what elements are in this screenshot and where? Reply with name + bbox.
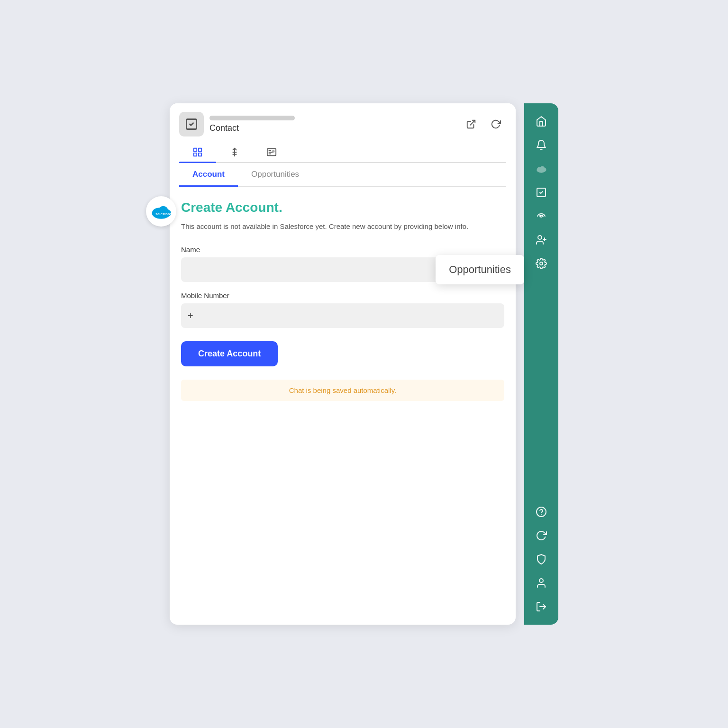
settings-icon[interactable] — [531, 253, 552, 274]
create-account-button[interactable]: Create Account — [181, 341, 278, 366]
checklist-icon[interactable] — [531, 182, 552, 203]
autosave-message: Chat is being saved automatically. — [289, 386, 397, 394]
opportunities-tooltip: Opportunities — [436, 255, 524, 284]
salesforce-cloud-icon: salesforce — [150, 202, 173, 220]
svg-line-1 — [470, 120, 475, 125]
add-user-icon[interactable] — [531, 229, 552, 250]
header-actions — [461, 114, 506, 135]
svg-rect-2 — [194, 148, 197, 151]
opportunities-tooltip-label: Opportunities — [449, 264, 511, 275]
phone-input-wrapper: + — [181, 303, 504, 328]
autosave-banner: Chat is being saved automatically. — [181, 380, 504, 401]
tab-labels-row: Account Opportunities — [179, 163, 506, 187]
svg-rect-5 — [194, 153, 197, 156]
name-label: Name — [181, 246, 504, 254]
svg-rect-3 — [199, 148, 201, 151]
svg-point-20 — [538, 236, 542, 239]
tab-icon-card[interactable] — [253, 142, 290, 162]
svg-point-23 — [540, 262, 543, 265]
screen-wrapper: Contact — [170, 103, 558, 625]
svg-rect-4 — [199, 153, 201, 156]
svg-point-17 — [543, 168, 546, 172]
create-account-title: Create Account. — [181, 200, 504, 215]
refresh-button[interactable] — [485, 114, 506, 135]
header-title-area: Contact — [209, 116, 455, 133]
svg-point-8 — [272, 150, 275, 153]
tab-icons-row — [179, 142, 506, 163]
home-icon[interactable] — [531, 111, 552, 132]
header-contact-label: Contact — [209, 123, 455, 133]
checkbox-icon — [179, 112, 204, 136]
external-link-button[interactable] — [461, 114, 482, 135]
header-url-bar — [209, 116, 295, 120]
help-icon[interactable] — [531, 501, 552, 522]
wireless-icon[interactable] — [531, 206, 552, 227]
logout-icon[interactable] — [531, 596, 552, 617]
content-area: Create Account. This account is not avai… — [170, 187, 516, 414]
panel-header: Contact — [170, 103, 516, 187]
contacts-book-icon[interactable] — [531, 573, 552, 593]
mobile-input[interactable] — [181, 303, 504, 328]
sidebar — [524, 103, 558, 625]
mobile-label: Mobile Number — [181, 291, 504, 300]
svg-point-26 — [539, 579, 543, 582]
svg-text:salesforce: salesforce — [155, 212, 173, 216]
reload-icon[interactable] — [531, 525, 552, 546]
create-account-description: This account is not available in Salesfo… — [181, 221, 504, 232]
salesforce-badge: salesforce — [146, 196, 176, 227]
tab-icon-person[interactable] — [216, 142, 253, 162]
tab-opportunities[interactable]: Opportunities — [238, 163, 312, 186]
shield-icon[interactable] — [531, 549, 552, 570]
phone-plus-sign: + — [188, 310, 193, 321]
bell-icon[interactable] — [531, 135, 552, 155]
header-top: Contact — [179, 112, 506, 136]
salesforce-sidebar-icon[interactable] — [531, 158, 552, 179]
main-panel: Contact — [170, 103, 516, 625]
tab-account[interactable]: Account — [179, 163, 238, 186]
tab-icon-grid[interactable] — [179, 142, 216, 162]
